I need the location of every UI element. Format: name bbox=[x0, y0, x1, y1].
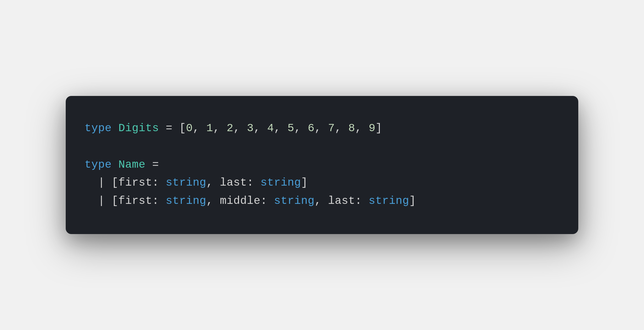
colon: : bbox=[152, 195, 166, 207]
comma: , bbox=[314, 122, 328, 135]
bracket-open: [ bbox=[179, 122, 186, 135]
bracket-close: ] bbox=[375, 122, 382, 135]
bracket-close: ] bbox=[409, 195, 416, 207]
union-branch: | [ bbox=[85, 176, 119, 189]
number-literal: 8 bbox=[348, 122, 355, 135]
builtin-type: string bbox=[274, 195, 314, 207]
comma: , bbox=[213, 122, 227, 135]
builtin-type: string bbox=[166, 176, 206, 189]
builtin-type: string bbox=[369, 195, 409, 207]
comma: , bbox=[355, 122, 369, 135]
number-literal: 9 bbox=[369, 122, 375, 135]
builtin-type: string bbox=[260, 176, 301, 189]
code-line-5: | [first: string, middle: string, last: … bbox=[85, 192, 559, 210]
operator-equals: = bbox=[159, 122, 180, 135]
type-name-digits: Digits bbox=[119, 122, 159, 135]
type-name-name: Name bbox=[119, 159, 146, 171]
comma: , bbox=[335, 122, 348, 135]
number-literal: 7 bbox=[328, 122, 335, 135]
bracket-close: ] bbox=[301, 176, 308, 189]
tuple-label: last bbox=[328, 195, 355, 207]
number-literal: 5 bbox=[287, 122, 294, 135]
keyword-type: type bbox=[85, 159, 112, 171]
colon: : bbox=[260, 195, 274, 207]
number-literal: 4 bbox=[267, 122, 274, 135]
code-block: type Digits = [0, 1, 2, 3, 4, 5, 6, 7, 8… bbox=[66, 96, 578, 234]
comma: , bbox=[193, 122, 206, 135]
number-literal: 6 bbox=[308, 122, 315, 135]
tuple-label: first bbox=[119, 195, 153, 207]
code-line-1: type Digits = [0, 1, 2, 3, 4, 5, 6, 7, 8… bbox=[85, 120, 559, 138]
union-branch: | [ bbox=[85, 195, 119, 207]
operator-equals: = bbox=[146, 159, 159, 171]
colon: : bbox=[355, 195, 369, 207]
number-literal: 2 bbox=[227, 122, 234, 135]
colon: : bbox=[247, 176, 260, 189]
tuple-label: first bbox=[119, 176, 153, 189]
comma: , bbox=[254, 122, 267, 135]
comma: , bbox=[274, 122, 287, 135]
comma: , bbox=[206, 176, 220, 189]
code-line-4: | [first: string, last: string] bbox=[85, 174, 559, 192]
comma: , bbox=[294, 122, 308, 135]
comma: , bbox=[233, 122, 247, 135]
code-line-3: type Name = bbox=[85, 156, 559, 174]
number-literal: 1 bbox=[206, 122, 213, 135]
builtin-type: string bbox=[166, 195, 206, 207]
comma: , bbox=[206, 195, 220, 207]
comma: , bbox=[314, 195, 328, 207]
number-literal: 3 bbox=[247, 122, 254, 135]
blank-line bbox=[85, 138, 559, 156]
colon: : bbox=[152, 176, 166, 189]
number-literal: 0 bbox=[186, 122, 193, 135]
tuple-label: middle bbox=[220, 195, 260, 207]
keyword-type: type bbox=[85, 122, 112, 135]
tuple-label: last bbox=[220, 176, 247, 189]
